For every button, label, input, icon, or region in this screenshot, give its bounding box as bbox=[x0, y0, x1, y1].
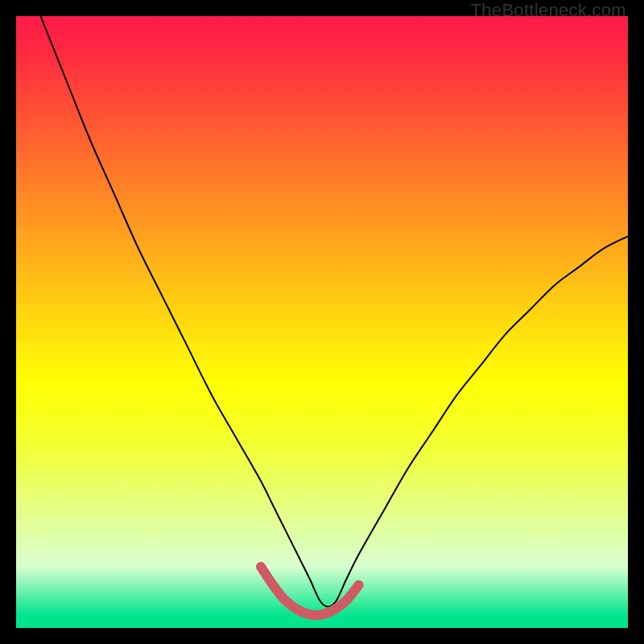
chart-svg bbox=[16, 16, 628, 628]
bottleneck-curve bbox=[40, 16, 628, 607]
optimal-range-highlight bbox=[261, 567, 359, 615]
chart-container: TheBottleneck.com bbox=[0, 0, 644, 644]
watermark-text: TheBottleneck.com bbox=[471, 0, 626, 21]
